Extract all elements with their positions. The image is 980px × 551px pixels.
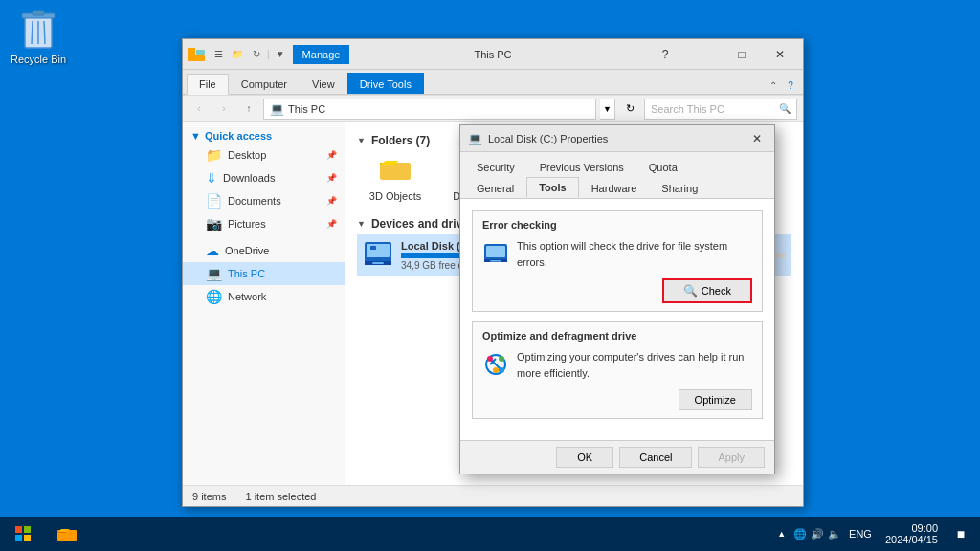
tab-computer[interactable]: Computer <box>229 73 300 94</box>
tab-security[interactable]: Security <box>464 156 527 177</box>
close-button[interactable]: ✕ <box>761 39 799 70</box>
this-pc-icon: 💻 <box>206 266 222 281</box>
documents-icon: 📄 <box>206 193 222 209</box>
optimize-title: Optimize and defragment drive <box>482 330 752 342</box>
3d-objects-icon <box>380 155 411 188</box>
search-placeholder: Search This PC <box>651 103 724 115</box>
ok-button[interactable]: OK <box>556 447 613 468</box>
pc-icon: 💻 <box>270 102 284 116</box>
devices-chevron[interactable]: ▼ <box>357 219 366 229</box>
sidebar-item-this-pc[interactable]: 💻 This PC <box>183 262 345 285</box>
tab-tools[interactable]: Tools <box>526 177 579 198</box>
tab-hardware[interactable]: Hardware <box>579 177 650 198</box>
address-path[interactable]: 💻 This PC <box>263 99 596 120</box>
qat-undo-btn[interactable]: ↻ <box>248 46 265 63</box>
speakers-tray-icon[interactable]: 🔈 <box>828 528 841 540</box>
sidebar-documents-label: Documents <box>228 195 281 207</box>
forward-button[interactable]: › <box>213 99 234 119</box>
language-indicator[interactable]: ENG <box>845 528 876 540</box>
folders-section-label: Folders (7) <box>371 134 430 147</box>
ribbon-tabs: File Computer View Drive Tools ⌃ ? <box>183 70 803 95</box>
svg-point-32 <box>499 367 504 373</box>
tab-drive-tools[interactable]: Drive Tools <box>347 73 424 94</box>
dlg-tabs: Security Previous Versions Quota General… <box>460 152 774 199</box>
volume-tray-icon[interactable]: 🔊 <box>811 528 824 540</box>
qat-properties-btn[interactable]: ☰ <box>210 46 227 63</box>
tab-previous-versions[interactable]: Previous Versions <box>527 156 636 177</box>
address-dropdown[interactable]: ▼ <box>600 99 615 120</box>
dlg-tabs-row2: General Tools Hardware Sharing <box>460 177 774 198</box>
sidebar-downloads-label: Downloads <box>223 172 275 184</box>
svg-rect-25 <box>486 246 505 257</box>
tab-file[interactable]: File <box>187 74 229 95</box>
optimize-icon <box>482 351 509 384</box>
status-bar: 9 items 1 item selected <box>183 485 803 506</box>
error-checking-body: This option will check the drive for fil… <box>482 238 752 273</box>
maximize-button[interactable]: □ <box>723 39 761 70</box>
check-button[interactable]: 🔍 Check <box>662 278 752 303</box>
dlg-title-bar: 💻 Local Disk (C:) Properties ✕ <box>460 125 774 152</box>
sidebar-item-desktop[interactable]: 📁 Desktop 📌 <box>183 143 345 166</box>
help-button[interactable]: ? <box>646 39 684 70</box>
svg-rect-33 <box>15 526 22 533</box>
dlg-title-text: Local Disk (C:) Properties <box>488 133 747 144</box>
windows-logo <box>15 526 31 541</box>
quick-access-chevron: ▼ <box>190 130 201 142</box>
search-icon[interactable]: 🔍 <box>779 103 791 114</box>
recycle-bin-icon[interactable]: Recycle Bin <box>10 10 67 65</box>
quick-access-section: ▼ Quick access 📁 Desktop 📌 ⇓ Downloads 📌 <box>183 128 345 235</box>
ribbon-expand-btn[interactable]: ⌃ <box>765 77 782 94</box>
error-check-btn-container: 🔍 Check <box>482 278 752 303</box>
network-tray-icon[interactable]: 🌐 <box>793 528 807 540</box>
qat-new-folder-btn[interactable]: 📁 <box>229 46 246 63</box>
explorer-app-icon <box>187 47 206 62</box>
svg-point-31 <box>493 367 499 373</box>
refresh-button[interactable]: ↻ <box>619 99 640 120</box>
quick-access-header: ▼ Quick access <box>183 128 345 143</box>
sidebar-item-network[interactable]: 🌐 Network <box>183 285 345 308</box>
sidebar-item-onedrive[interactable]: ☁ OneDrive <box>183 239 345 262</box>
qat-dropdown-btn[interactable]: ▼ <box>272 46 289 63</box>
title-controls: ? – □ ✕ <box>646 39 799 70</box>
ribbon: File Computer View Drive Tools ⌃ ? <box>183 70 803 96</box>
optimize-button[interactable]: Optimize <box>679 389 752 410</box>
taskbar-file-explorer[interactable] <box>46 517 88 551</box>
ribbon-help-btn[interactable]: ? <box>782 77 799 94</box>
tab-general[interactable]: General <box>464 177 526 198</box>
address-bar: ‹ › ↑ 💻 This PC ▼ ↻ Search This PC 🔍 <box>183 96 803 122</box>
tab-view[interactable]: View <box>300 73 347 94</box>
back-button[interactable]: ‹ <box>189 99 210 119</box>
folder-3d-objects[interactable]: 3D Objects <box>357 151 434 206</box>
svg-rect-6 <box>188 48 195 55</box>
manage-tab-btn[interactable]: Manage <box>293 45 350 64</box>
tray-expand-chevron[interactable]: ▲ <box>777 529 786 539</box>
sidebar-item-downloads[interactable]: ⇓ Downloads 📌 <box>183 166 345 189</box>
file-explorer-taskbar-icon <box>57 525 77 542</box>
tab-sharing[interactable]: Sharing <box>649 177 710 198</box>
tab-quota[interactable]: Quota <box>636 156 690 177</box>
dlg-tabs-row1: Security Previous Versions Quota <box>460 152 774 177</box>
dlg-footer: OK Cancel Apply <box>460 440 774 474</box>
folders-chevron[interactable]: ▼ <box>357 136 366 145</box>
sidebar-item-documents[interactable]: 📄 Documents 📌 <box>183 189 345 212</box>
search-box[interactable]: Search This PC 🔍 <box>644 99 797 120</box>
svg-rect-23 <box>372 262 384 264</box>
sidebar-item-pictures[interactable]: 📷 Pictures 📌 <box>183 212 345 235</box>
3d-objects-label: 3D Objects <box>369 190 421 202</box>
dlg-content: Error checking This option will check th… <box>460 199 774 440</box>
notification-button[interactable]: ■ <box>947 517 974 551</box>
minimize-button[interactable]: – <box>684 39 723 70</box>
svg-rect-8 <box>196 50 205 55</box>
sidebar: ▼ Quick access 📁 Desktop 📌 ⇓ Downloads 📌 <box>183 122 345 485</box>
dlg-close-button[interactable]: ✕ <box>747 129 767 148</box>
sidebar-network-label: Network <box>228 291 266 302</box>
taskbar-clock[interactable]: 09:00 2024/04/15 <box>880 520 944 547</box>
start-button[interactable] <box>0 517 46 551</box>
svg-rect-7 <box>188 55 205 61</box>
explorer-title-bar: ☰ 📁 ↻ | ▼ Manage This PC ? – □ ✕ <box>183 39 803 70</box>
apply-button[interactable]: Apply <box>698 447 765 468</box>
cancel-button[interactable]: Cancel <box>619 447 692 468</box>
up-button[interactable]: ↑ <box>238 99 259 119</box>
optimize-text: Optimizing your computer's drives can he… <box>517 349 752 381</box>
selected-count: 1 item selected <box>245 491 316 502</box>
